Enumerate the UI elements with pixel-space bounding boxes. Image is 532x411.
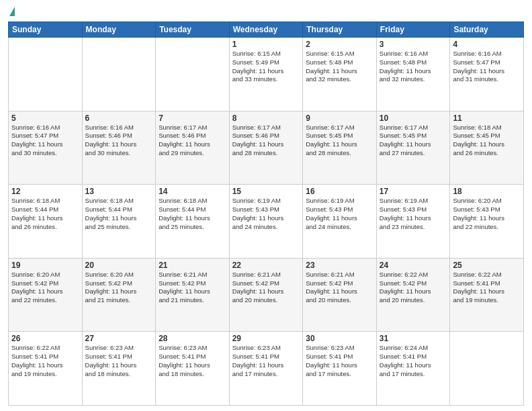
day-info: Sunrise: 6:23 AM Sunset: 5:41 PM Dayligh… (306, 344, 373, 378)
day-number: 31 (380, 334, 447, 343)
day-info: Sunrise: 6:23 AM Sunset: 5:41 PM Dayligh… (159, 344, 226, 378)
day-number: 12 (11, 187, 79, 196)
day-info: Sunrise: 6:16 AM Sunset: 5:48 PM Dayligh… (380, 50, 447, 84)
day-number: 19 (11, 261, 79, 270)
day-number: 20 (85, 261, 153, 270)
calendar-cell: 24Sunrise: 6:22 AM Sunset: 5:42 PM Dayli… (376, 258, 450, 332)
weekday-header-saturday: Saturday (450, 22, 524, 38)
day-info: Sunrise: 6:24 AM Sunset: 5:41 PM Dayligh… (380, 344, 447, 378)
calendar-cell: 3Sunrise: 6:16 AM Sunset: 5:48 PM Daylig… (376, 38, 450, 111)
calendar-cell (156, 38, 230, 111)
calendar-cell (82, 38, 156, 111)
calendar-cell: 9Sunrise: 6:17 AM Sunset: 5:45 PM Daylig… (303, 111, 377, 185)
calendar-cell: 17Sunrise: 6:19 AM Sunset: 5:43 PM Dayli… (376, 185, 450, 259)
calendar-cell: 5Sunrise: 6:16 AM Sunset: 5:47 PM Daylig… (9, 111, 83, 185)
day-number: 4 (453, 40, 521, 49)
day-number: 18 (453, 187, 521, 196)
day-info: Sunrise: 6:16 AM Sunset: 5:47 PM Dayligh… (453, 50, 521, 84)
day-info: Sunrise: 6:17 AM Sunset: 5:45 PM Dayligh… (380, 124, 447, 158)
day-number: 1 (232, 40, 300, 49)
weekday-header-monday: Monday (82, 22, 156, 38)
weekday-header-friday: Friday (376, 22, 450, 38)
day-number: 25 (453, 261, 521, 270)
calendar-cell: 15Sunrise: 6:19 AM Sunset: 5:43 PM Dayli… (229, 185, 303, 259)
day-info: Sunrise: 6:23 AM Sunset: 5:41 PM Dayligh… (232, 344, 300, 378)
weekday-header-sunday: Sunday (9, 22, 83, 38)
day-info: Sunrise: 6:16 AM Sunset: 5:46 PM Dayligh… (85, 124, 153, 158)
day-info: Sunrise: 6:18 AM Sunset: 5:44 PM Dayligh… (159, 197, 226, 231)
calendar-week-row: 12Sunrise: 6:18 AM Sunset: 5:44 PM Dayli… (9, 185, 524, 259)
calendar-cell: 20Sunrise: 6:20 AM Sunset: 5:42 PM Dayli… (82, 258, 156, 332)
calendar-cell: 23Sunrise: 6:21 AM Sunset: 5:42 PM Dayli… (303, 258, 377, 332)
day-number: 13 (85, 187, 153, 196)
day-number: 30 (306, 334, 373, 343)
day-number: 27 (85, 334, 153, 343)
calendar-cell: 4Sunrise: 6:16 AM Sunset: 5:47 PM Daylig… (450, 38, 524, 111)
day-number: 3 (380, 40, 447, 49)
day-number: 23 (306, 261, 373, 270)
calendar-cell: 28Sunrise: 6:23 AM Sunset: 5:41 PM Dayli… (156, 332, 230, 406)
day-info: Sunrise: 6:22 AM Sunset: 5:41 PM Dayligh… (453, 271, 521, 305)
day-info: Sunrise: 6:19 AM Sunset: 5:43 PM Dayligh… (232, 197, 300, 231)
logo-triangle-icon (9, 7, 15, 16)
calendar-week-row: 5Sunrise: 6:16 AM Sunset: 5:47 PM Daylig… (9, 111, 524, 185)
day-number: 22 (232, 261, 300, 270)
day-number: 6 (85, 113, 153, 123)
day-info: Sunrise: 6:19 AM Sunset: 5:43 PM Dayligh… (306, 197, 373, 231)
day-number: 7 (159, 113, 226, 123)
day-info: Sunrise: 6:20 AM Sunset: 5:42 PM Dayligh… (85, 271, 153, 305)
day-number: 14 (159, 187, 226, 196)
calendar-cell: 2Sunrise: 6:15 AM Sunset: 5:48 PM Daylig… (303, 38, 377, 111)
day-info: Sunrise: 6:18 AM Sunset: 5:44 PM Dayligh… (11, 197, 79, 231)
calendar-cell (9, 38, 83, 111)
calendar-cell: 12Sunrise: 6:18 AM Sunset: 5:44 PM Dayli… (9, 185, 83, 259)
day-info: Sunrise: 6:15 AM Sunset: 5:48 PM Dayligh… (306, 50, 373, 84)
day-info: Sunrise: 6:21 AM Sunset: 5:42 PM Dayligh… (306, 271, 373, 305)
day-number: 11 (453, 113, 521, 123)
day-info: Sunrise: 6:20 AM Sunset: 5:43 PM Dayligh… (453, 197, 521, 231)
weekday-header-thursday: Thursday (303, 22, 377, 38)
calendar-table: SundayMondayTuesdayWednesdayThursdayFrid… (8, 21, 524, 406)
day-number: 21 (159, 261, 226, 270)
calendar-cell: 10Sunrise: 6:17 AM Sunset: 5:45 PM Dayli… (376, 111, 450, 185)
page: SundayMondayTuesdayWednesdayThursdayFrid… (0, 0, 532, 411)
day-info: Sunrise: 6:21 AM Sunset: 5:42 PM Dayligh… (159, 271, 226, 305)
weekday-header-tuesday: Tuesday (156, 22, 230, 38)
day-number: 16 (306, 187, 373, 196)
day-info: Sunrise: 6:18 AM Sunset: 5:45 PM Dayligh… (453, 124, 521, 158)
calendar-cell: 16Sunrise: 6:19 AM Sunset: 5:43 PM Dayli… (303, 185, 377, 259)
calendar-cell: 29Sunrise: 6:23 AM Sunset: 5:41 PM Dayli… (229, 332, 303, 406)
day-number: 24 (380, 261, 447, 270)
day-info: Sunrise: 6:20 AM Sunset: 5:42 PM Dayligh… (11, 271, 79, 305)
day-info: Sunrise: 6:17 AM Sunset: 5:45 PM Dayligh… (306, 124, 373, 158)
day-info: Sunrise: 6:16 AM Sunset: 5:47 PM Dayligh… (11, 124, 79, 158)
day-info: Sunrise: 6:18 AM Sunset: 5:44 PM Dayligh… (85, 197, 153, 231)
day-number: 26 (11, 334, 79, 343)
calendar-cell: 8Sunrise: 6:17 AM Sunset: 5:46 PM Daylig… (229, 111, 303, 185)
day-info: Sunrise: 6:22 AM Sunset: 5:42 PM Dayligh… (380, 271, 447, 305)
calendar-cell: 19Sunrise: 6:20 AM Sunset: 5:42 PM Dayli… (9, 258, 83, 332)
calendar-cell (450, 332, 524, 406)
calendar-cell: 11Sunrise: 6:18 AM Sunset: 5:45 PM Dayli… (450, 111, 524, 185)
calendar-cell: 14Sunrise: 6:18 AM Sunset: 5:44 PM Dayli… (156, 185, 230, 259)
day-number: 5 (11, 113, 79, 123)
calendar-cell: 13Sunrise: 6:18 AM Sunset: 5:44 PM Dayli… (82, 185, 156, 259)
day-info: Sunrise: 6:17 AM Sunset: 5:46 PM Dayligh… (159, 124, 226, 158)
calendar-cell: 6Sunrise: 6:16 AM Sunset: 5:46 PM Daylig… (82, 111, 156, 185)
calendar-week-row: 1Sunrise: 6:15 AM Sunset: 5:49 PM Daylig… (9, 38, 524, 111)
calendar-cell: 18Sunrise: 6:20 AM Sunset: 5:43 PM Dayli… (450, 185, 524, 259)
calendar-week-row: 26Sunrise: 6:22 AM Sunset: 5:41 PM Dayli… (9, 332, 524, 406)
weekday-header-wednesday: Wednesday (229, 22, 303, 38)
day-number: 2 (306, 40, 373, 49)
calendar-week-row: 19Sunrise: 6:20 AM Sunset: 5:42 PM Dayli… (9, 258, 524, 332)
day-number: 29 (232, 334, 300, 343)
day-info: Sunrise: 6:23 AM Sunset: 5:41 PM Dayligh… (85, 344, 153, 378)
calendar-cell: 30Sunrise: 6:23 AM Sunset: 5:41 PM Dayli… (303, 332, 377, 406)
day-number: 17 (380, 187, 447, 196)
day-number: 10 (380, 113, 447, 123)
day-info: Sunrise: 6:15 AM Sunset: 5:49 PM Dayligh… (232, 50, 300, 84)
calendar-cell: 21Sunrise: 6:21 AM Sunset: 5:42 PM Dayli… (156, 258, 230, 332)
day-number: 9 (306, 113, 373, 123)
calendar-cell: 25Sunrise: 6:22 AM Sunset: 5:41 PM Dayli… (450, 258, 524, 332)
calendar-cell: 22Sunrise: 6:21 AM Sunset: 5:42 PM Dayli… (229, 258, 303, 332)
